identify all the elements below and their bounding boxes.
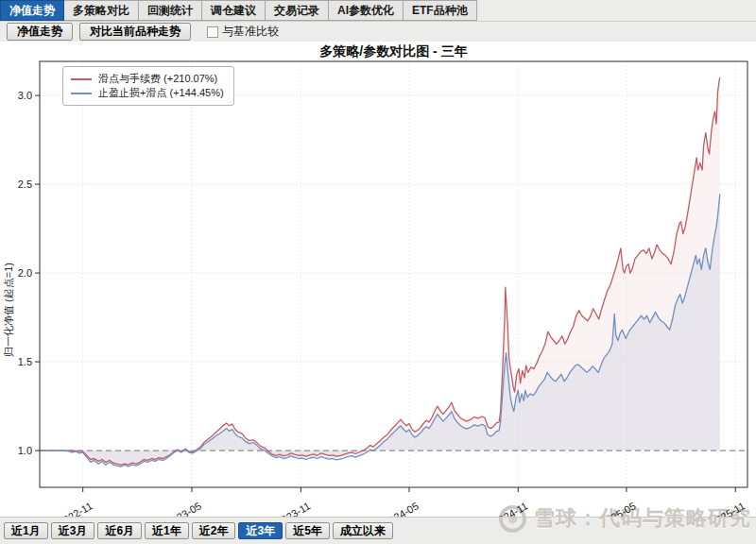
x-tick-label: 2025-05 bbox=[599, 500, 638, 517]
x-tick-label: 2024-05 bbox=[382, 500, 421, 517]
x-tick-label: 2023-05 bbox=[164, 500, 203, 517]
range-5y[interactable]: 近5年 bbox=[285, 522, 330, 539]
range-1y[interactable]: 近1年 bbox=[145, 522, 189, 539]
tab-ai-param-optimize[interactable]: AI参数优化 bbox=[329, 0, 404, 21]
y-tick-label: 2.5 bbox=[18, 178, 32, 190]
legend-swatch-red-line-icon bbox=[71, 78, 92, 80]
legend: 滑点与手续费 (+210.07%) 止盈止损+滑点 (+144.45%) bbox=[62, 66, 234, 106]
range-3y[interactable]: 近3年 bbox=[238, 522, 283, 539]
y-tick-label: 3.0 bbox=[18, 90, 32, 101]
toolbar: 净值走势对比当前品种走势 与基准比较 bbox=[0, 22, 756, 42]
toolbar-buttons: 净值走势对比当前品种走势 bbox=[0, 23, 191, 41]
y-tick-label: 1.0 bbox=[18, 445, 32, 456]
range-2y[interactable]: 近2年 bbox=[192, 522, 236, 539]
tab-etf-pool[interactable]: ETF品种池 bbox=[404, 0, 477, 21]
tab-nav-trend[interactable]: 净值走势 bbox=[0, 0, 64, 21]
range-6m[interactable]: 近6月 bbox=[97, 522, 142, 539]
y-tick-label: 2.0 bbox=[18, 267, 32, 279]
range-3m[interactable]: 近3月 bbox=[51, 522, 95, 539]
x-tick-label: 2025-11 bbox=[709, 500, 747, 517]
app-window: 净值走势多策略对比回测统计调仓建议交易记录AI参数优化ETF品种池 净值走势对比… bbox=[0, 0, 756, 544]
tab-trade-records[interactable]: 交易记录 bbox=[266, 0, 329, 21]
compare-current-symbol-button[interactable]: 对比当前品种走势 bbox=[79, 23, 191, 41]
tab-rebalance-advice[interactable]: 调仓建议 bbox=[202, 0, 266, 21]
legend-label-slippage-fees: 滑点与手续费 (+210.07%) bbox=[98, 72, 217, 86]
checkbox-box-icon[interactable] bbox=[207, 26, 218, 38]
range-inception[interactable]: 成立以来 bbox=[333, 522, 393, 539]
checkbox-label: 与基准比较 bbox=[222, 24, 279, 40]
x-tick-label: 2022-11 bbox=[56, 500, 94, 517]
tab-multi-strategy-compare[interactable]: 多策略对比 bbox=[64, 0, 139, 21]
nav-trend-button[interactable]: 净值走势 bbox=[7, 23, 73, 41]
tab-backtest-stats[interactable]: 回测统计 bbox=[139, 0, 202, 21]
x-tick-label: 2024-11 bbox=[491, 500, 529, 517]
chart-figure: 多策略/参数对比图 - 三年 归一化净值 (起点=1) 1.01.52.02.5… bbox=[0, 42, 756, 517]
x-tick-label: 2023-11 bbox=[274, 500, 312, 517]
benchmark-compare-checkbox[interactable]: 与基准比较 bbox=[207, 24, 279, 40]
legend-item: 止盈止损+滑点 (+144.45%) bbox=[71, 86, 224, 100]
legend-label-stop-profit-loss: 止盈止损+滑点 (+144.45%) bbox=[98, 86, 224, 100]
tab-bar: 净值走势多策略对比回测统计调仓建议交易记录AI参数优化ETF品种池 bbox=[0, 0, 756, 22]
plot-area: 1.01.52.02.53.02022-112023-052023-112024… bbox=[0, 42, 756, 517]
y-tick-label: 1.5 bbox=[18, 356, 32, 367]
range-1m[interactable]: 近1月 bbox=[4, 522, 48, 539]
legend-swatch-blue-line-icon bbox=[71, 93, 92, 94]
legend-item: 滑点与手续费 (+210.07%) bbox=[71, 72, 224, 86]
